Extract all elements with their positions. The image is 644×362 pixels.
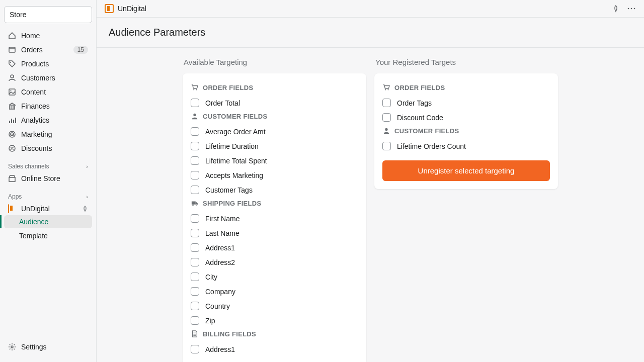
subnav-item-template[interactable]: Template [4, 229, 92, 242]
checkbox[interactable] [191, 127, 199, 136]
checkbox-row[interactable]: Country [191, 299, 358, 313]
checkbox[interactable] [191, 229, 199, 237]
sidebar-item-label: Analytics [21, 116, 88, 124]
sidebar-item-home[interactable]: Home [4, 29, 92, 42]
checkbox[interactable] [191, 142, 199, 150]
svg-point-33 [385, 128, 387, 131]
sidebar-item-content[interactable]: Content [4, 85, 92, 99]
svg-rect-17 [9, 177, 15, 182]
checkbox-row[interactable]: Zip [191, 313, 358, 328]
checkbox[interactable] [382, 142, 391, 150]
discounts-icon [8, 144, 16, 152]
section-header-label: CUSTOMER FIELDS [394, 127, 459, 135]
available-targeting-column: Available Targeting ORDER FIELDSOrder To… [183, 58, 366, 362]
sidebar: Store HomeOrders15ProductsCustomersConte… [0, 0, 97, 362]
checkbox[interactable] [191, 316, 199, 325]
checkbox-row[interactable]: First Name [191, 211, 358, 226]
checkbox-row[interactable]: Address1 [191, 240, 358, 255]
checkbox[interactable] [191, 156, 199, 165]
unregister-button[interactable]: Unregister selected targeting [382, 160, 550, 181]
cart-icon [382, 83, 390, 92]
svg-rect-0 [9, 47, 15, 52]
checkbox[interactable] [382, 113, 391, 122]
checkbox-label: Address1 [205, 345, 235, 353]
checkbox[interactable] [191, 243, 199, 252]
checkbox[interactable] [191, 258, 199, 266]
section-header-label: ORDER FIELDS [394, 84, 445, 92]
gear-icon [8, 343, 16, 351]
sidebar-item-online-store[interactable]: Online Store [4, 172, 92, 185]
sidebar-item-analytics[interactable]: Analytics [4, 114, 92, 127]
checkbox-label: Average Order Amt [205, 128, 266, 136]
sidebar-item-customers[interactable]: Customers [4, 71, 92, 84]
checkbox-label: First Name [205, 215, 239, 223]
checkbox-row[interactable]: Order Total [191, 96, 358, 110]
store-selector[interactable]: Store [4, 6, 92, 23]
checkbox-row[interactable]: Address1 [191, 342, 358, 356]
sidebar-item-orders[interactable]: Orders15 [4, 43, 92, 56]
pin-icon[interactable] [612, 5, 620, 13]
page-title: Audience Parameters [109, 27, 632, 38]
checkbox-row[interactable]: Average Order Amt [191, 124, 358, 139]
checkbox[interactable] [191, 273, 199, 281]
section-header: ORDER FIELDS [191, 83, 358, 92]
checkbox-row[interactable]: Company [191, 284, 358, 299]
sidebar-item-marketing[interactable]: Marketing [4, 128, 92, 141]
checkbox-row[interactable]: Lifetime Total Spent [191, 153, 358, 168]
sidebar-item-discounts[interactable]: Discounts [4, 142, 92, 155]
checkbox[interactable] [191, 186, 199, 194]
apps-header[interactable]: Apps › [4, 186, 92, 202]
checkbox[interactable] [191, 171, 199, 179]
checkbox-label: Company [205, 288, 235, 296]
svg-point-31 [385, 89, 386, 90]
checkbox[interactable] [191, 302, 199, 310]
checkbox-label: Lifetime Duration [205, 142, 259, 150]
svg-rect-25 [192, 202, 196, 205]
checkbox-label: Address2 [205, 258, 235, 266]
more-icon[interactable] [627, 5, 636, 13]
sidebar-item-finances[interactable]: Finances [4, 100, 92, 113]
section-header-label: SHIPPING FIELDS [203, 200, 261, 207]
checkbox[interactable] [191, 214, 199, 223]
checkbox-row[interactable]: Last Name [191, 226, 358, 240]
checkbox-label: City [205, 273, 217, 281]
checkbox-row[interactable]: Order Tags [382, 96, 550, 110]
svg-point-27 [196, 204, 197, 206]
analytics-icon [8, 116, 16, 124]
checkbox[interactable] [382, 99, 391, 107]
subnav-item-audience[interactable]: Audience [4, 215, 92, 228]
checkbox-label: Discount Code [397, 114, 443, 122]
svg-point-18 [11, 346, 13, 348]
svg-point-19 [628, 8, 629, 10]
truck-icon [191, 199, 199, 207]
svg-point-32 [387, 89, 388, 90]
column-title: Available Targeting [183, 58, 366, 66]
checkbox-row[interactable]: Discount Code [382, 110, 550, 125]
checkbox[interactable] [191, 287, 199, 296]
sales-channels-header[interactable]: Sales channels › [4, 156, 92, 172]
sidebar-item-undigital[interactable]: UnDigital [4, 202, 92, 215]
pin-icon[interactable] [82, 206, 88, 212]
checkbox[interactable] [191, 345, 199, 353]
section-header: CUSTOMER FIELDS [191, 112, 358, 120]
section-header-label: BILLING FIELDS [203, 330, 256, 338]
sidebar-item-settings[interactable]: Settings [4, 340, 92, 354]
undigital-icon [8, 205, 16, 213]
sidebar-item-label: Customers [21, 74, 88, 82]
sidebar-item-label: Marketing [21, 130, 88, 138]
svg-point-12 [12, 134, 13, 135]
checkbox-row[interactable]: Customer Tags [191, 183, 358, 197]
checkbox-row[interactable]: Address2 [191, 255, 358, 269]
checkbox[interactable] [191, 99, 199, 107]
checkbox-row[interactable]: Lifetime Orders Count [382, 139, 550, 153]
checkbox-row[interactable]: Accepts Marketing [191, 168, 358, 183]
sidebar-item-products[interactable]: Products [4, 57, 92, 70]
checkbox-row[interactable]: City [191, 269, 358, 284]
content-icon [8, 88, 16, 96]
user-icon [191, 112, 199, 120]
products-icon [8, 60, 16, 68]
svg-point-20 [631, 8, 632, 10]
topbar-title: UnDigital [118, 5, 146, 13]
checkbox-row[interactable]: Lifetime Duration [191, 139, 358, 153]
sidebar-item-label: UnDigital [21, 205, 82, 213]
